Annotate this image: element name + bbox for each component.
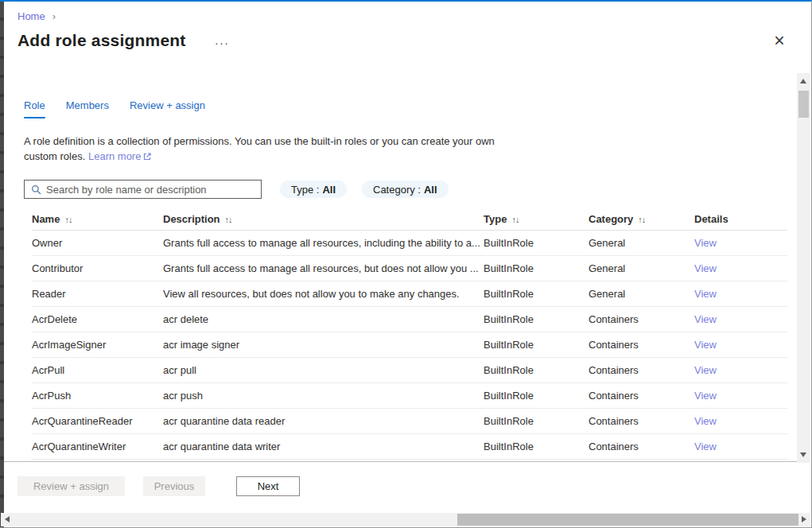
table-row[interactable]: AcrDelete acr delete BuiltInRole Contain… [32,307,787,332]
intro-line-1: A role definition is a collection of per… [24,134,495,149]
view-details-link[interactable]: View [694,339,717,351]
table-row[interactable]: AcrPull acr pull BuiltInRole Containers … [32,358,787,383]
role-name-cell: Owner [32,237,163,249]
view-details-link[interactable]: View [694,313,717,325]
column-header-description[interactable]: Description↑↓ [163,213,484,225]
role-category-cell: General [589,237,694,249]
role-description-cell: acr quarantine data reader [163,415,484,427]
role-name-cell: AcrQuarantineReader [32,415,163,427]
role-category-cell: Containers [589,339,694,351]
role-description-cell: acr delete [163,313,484,325]
role-description-cell: acr quarantine data writer [163,441,484,452]
role-type-cell: BuiltInRole [484,390,589,402]
scroll-left-arrow-icon[interactable] [5,516,10,522]
column-header-name[interactable]: Name↑↓ [32,213,163,225]
view-details-link[interactable]: View [694,237,717,249]
table-row[interactable]: Reader View all resources, but does not … [32,281,787,307]
table-row[interactable]: AcrPush acr push BuiltInRole Containers … [32,383,787,409]
role-category-cell: Containers [589,390,694,402]
type-filter-label: Type : [291,184,319,196]
role-type-cell: BuiltInRole [484,364,589,376]
role-name-cell: Contributor [32,262,163,274]
table-row[interactable]: AcrImageSigner acr image signer BuiltInR… [32,332,787,358]
type-filter-pill[interactable]: Type : All [280,181,347,198]
horizontal-scrollbar[interactable] [1,513,810,526]
role-type-cell: BuiltInRole [484,237,589,249]
intro-line-2-text: custom roles. [24,150,85,162]
list-bottom-divider [4,461,798,462]
role-description-cell: acr image signer [163,339,484,351]
role-name-cell: Reader [32,288,163,300]
horizontal-scrollbar-thumb[interactable] [457,514,798,526]
close-icon[interactable]: × [768,30,791,52]
role-description-cell: Grants full access to manage all resourc… [163,262,484,274]
external-link-icon [143,149,151,165]
sort-icon: ↑↓ [225,215,232,224]
role-type-cell: BuiltInRole [484,288,589,300]
scroll-up-arrow-icon[interactable] [800,79,806,83]
view-details-link[interactable]: View [694,390,717,402]
intro-line-2: custom roles. Learn more [24,149,495,165]
search-input[interactable] [46,184,261,196]
learn-more-link[interactable]: Learn more [88,150,141,162]
table-row[interactable]: AcrQuarantineReader acr quarantine data … [32,409,787,434]
role-description-cell: View all resources, but does not allow y… [163,288,484,300]
view-details-link[interactable]: View [694,288,717,300]
column-header-type[interactable]: Type↑↓ [484,213,589,225]
previous-button[interactable]: Previous [143,476,205,496]
role-category-cell: General [589,262,694,274]
role-name-cell: AcrPush [32,390,163,402]
role-type-cell: BuiltInRole [484,339,589,351]
table-row[interactable]: Owner Grants full access to manage all r… [32,231,787,256]
breadcrumb-home-link[interactable]: Home [17,10,45,22]
role-category-cell: Containers [589,364,694,376]
table-row[interactable]: Contributor Grants full access to manage… [32,256,787,281]
role-description-cell: acr push [163,390,484,402]
tab-review-assign[interactable]: Review + assign [130,99,205,118]
breadcrumb-chevron-icon: › [52,10,56,22]
sort-icon: ↑↓ [511,215,519,224]
role-description-cell: acr pull [163,364,484,376]
add-role-assignment-panel: Home › Add role assignment ··· × Role Me… [0,0,812,528]
next-button[interactable]: Next [236,476,300,496]
role-definition-intro: A role definition is a collection of per… [24,134,495,165]
tab-members[interactable]: Members [66,99,109,118]
breadcrumb: Home › [17,10,56,22]
more-options-icon[interactable]: ··· [212,35,233,51]
column-header-category[interactable]: Category↑↓ [589,213,694,225]
role-name-cell: AcrDelete [32,313,163,325]
role-type-cell: BuiltInRole [484,441,589,452]
category-filter-pill[interactable]: Category : All [362,181,449,198]
type-filter-value: All [322,184,336,196]
role-type-cell: BuiltInRole [484,415,589,427]
view-details-link[interactable]: View [694,441,717,452]
table-row[interactable]: AcrQuarantineWriter acr quarantine data … [32,434,787,460]
tab-bar: Role Members Review + assign [24,99,205,118]
view-details-link[interactable]: View [694,364,717,376]
category-filter-value: All [424,184,437,196]
vertical-scrollbar[interactable] [797,73,810,463]
vertical-scrollbar-thumb[interactable] [798,91,809,118]
column-header-details: Details [694,213,787,225]
role-name-cell: AcrPull [32,364,163,376]
tab-role[interactable]: Role [24,99,45,118]
scroll-down-arrow-icon[interactable] [800,452,806,457]
table-body: Owner Grants full access to manage all r… [32,231,787,460]
view-details-link[interactable]: View [694,415,717,427]
search-icon [31,184,41,195]
role-description-cell: Grants full access to manage all resourc… [163,237,484,249]
review-assign-button[interactable]: Review + assign [17,476,125,496]
role-name-cell: AcrImageSigner [32,339,163,351]
page-title: Add role assignment [17,31,186,50]
role-search-box [24,180,262,199]
role-type-cell: BuiltInRole [484,262,589,274]
role-category-cell: Containers [589,313,694,325]
table-header: Name↑↓ Description↑↓ Type↑↓ Category↑↓ D… [32,208,787,231]
role-category-cell: Containers [589,415,694,427]
portal-left-nav-strip [0,2,4,527]
sort-icon: ↑↓ [638,215,645,224]
scroll-right-arrow-icon[interactable] [802,516,806,522]
category-filter-label: Category : [373,184,421,196]
view-details-link[interactable]: View [694,262,717,274]
sort-icon: ↑↓ [64,215,72,224]
